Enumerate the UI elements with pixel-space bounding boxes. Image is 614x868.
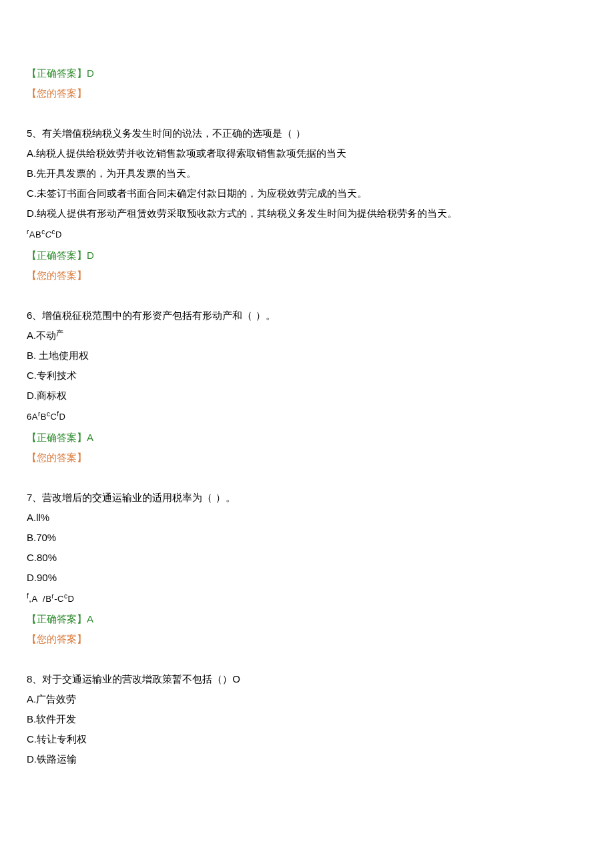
correct-answer-label: 【正确答案】 [27, 67, 87, 79]
question-7-option-d: D.90% [27, 570, 587, 586]
correct-answer-line: 【正确答案】D [27, 248, 587, 264]
question-6-text: 6、增值税征税范围中的有形资产包括有形动产和（ ）。 [27, 308, 587, 324]
question-8-text: 8、对于交通运输业的营改增政策暂不包括（）O [27, 671, 587, 687]
correct-answer-label: 【正确答案】 [27, 432, 87, 443]
question-7-option-a: A.ll% [27, 510, 587, 526]
correct-answer-value: D [87, 250, 94, 261]
your-answer-label: 【您的答案】 [27, 450, 587, 466]
question-8-option-d: D.铁路运输 [27, 751, 587, 767]
question-8: 8、对于交通运输业的营改增政策暂不包括（）O A.广告效劳 B.软件开发 C.转… [27, 671, 587, 767]
question-6-option-c: C.专利技术 [27, 368, 587, 384]
question-5-helper: rABcCcD [27, 228, 587, 242]
question-8-option-c: C.转让专利权 [27, 731, 587, 747]
correct-answer-value: A [87, 613, 93, 624]
question-7-helper: f,A /Br-CcD [27, 592, 587, 606]
correct-answer-line: 【正确答案】D [27, 65, 587, 81]
correct-answer-line: 【正确答案】A [27, 430, 587, 446]
question-5-option-a: A.纳税人提供给税效劳并收讫销售款项或者取得索取销售款项凭据的当天 [27, 145, 587, 161]
question-6-option-a: A.不动产 [27, 328, 587, 344]
question-4-tail: 【正确答案】D 【您的答案】 [27, 65, 587, 101]
your-answer-label: 【您的答案】 [27, 268, 587, 284]
question-7: 7、营改增后的交通运输业的适用税率为（ ）。 A.ll% B.70% C.80%… [27, 490, 587, 648]
question-5-option-b: B.先开具发票的，为开具发票的当天。 [27, 165, 587, 181]
correct-answer-value: D [87, 67, 94, 79]
correct-answer-label: 【正确答案】 [27, 250, 87, 261]
question-8-option-b: B.软件开发 [27, 711, 587, 727]
question-6: 6、增值税征税范围中的有形资产包括有形动产和（ ）。 A.不动产 B. 土地使用… [27, 308, 587, 466]
your-answer-label: 【您的答案】 [27, 631, 587, 647]
question-7-text: 7、营改增后的交通运输业的适用税率为（ ）。 [27, 490, 587, 506]
question-6-option-b: B. 土地使用权 [27, 348, 587, 364]
question-6-option-d: D.商标权 [27, 388, 587, 404]
question-7-option-b: B.70% [27, 530, 587, 546]
your-answer-label: 【您的答案】 [27, 85, 587, 101]
question-8-option-a: A.广告效劳 [27, 691, 587, 707]
question-7-option-c: C.80% [27, 550, 587, 566]
correct-answer-value: A [87, 432, 93, 443]
question-5-text: 5、有关增值税纳税义务发生时间的说法，不正确的选项是（ ） [27, 125, 587, 141]
correct-answer-label: 【正确答案】 [27, 613, 87, 624]
question-5-option-c: C.未签订书面合同或者书面合同未确定付款日期的，为应税效劳完成的当天。 [27, 185, 587, 201]
question-5-option-d: D.纳税人提供有形动产租赁效劳采取预收款方式的，其纳税义务发生时间为提供给税劳务… [27, 205, 587, 222]
correct-answer-line: 【正确答案】A [27, 611, 587, 627]
question-6-helper: 6ArBcCfD [27, 410, 587, 424]
question-5: 5、有关增值税纳税义务发生时间的说法，不正确的选项是（ ） A.纳税人提供给税效… [27, 125, 587, 284]
